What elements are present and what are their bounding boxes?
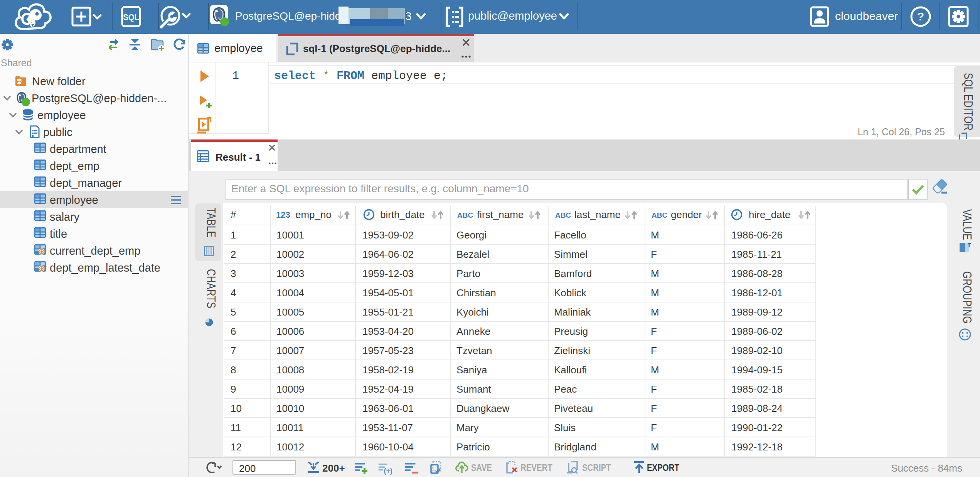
svg-text:ABC: ABC <box>555 211 571 219</box>
svg-text:(+): (+) <box>384 467 392 475</box>
svg-text:?: ? <box>917 10 924 23</box>
svg-text:SQL: SQL <box>123 12 139 22</box>
svg-text:123: 123 <box>276 210 290 220</box>
svg-text:ABC: ABC <box>457 211 473 219</box>
svg-text:ABC: ABC <box>652 211 667 219</box>
